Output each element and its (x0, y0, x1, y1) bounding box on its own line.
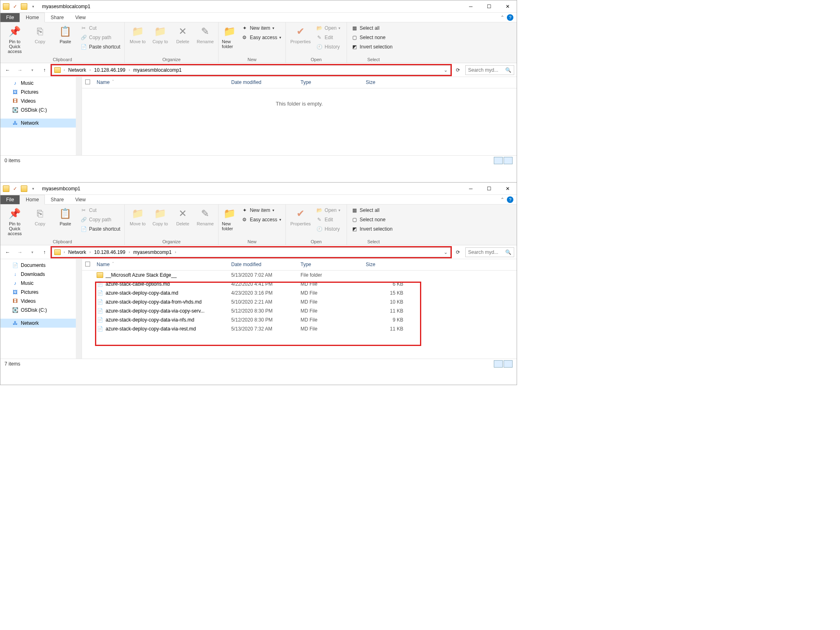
qat-dropdown-icon[interactable]: ▾ (30, 185, 36, 192)
pin-quick-access-button[interactable]: 📌Pin to Quick access (3, 206, 27, 237)
minimize-button[interactable]: ─ (462, 183, 480, 195)
copy-button[interactable]: ⎘Copy (28, 206, 52, 227)
select-none-button[interactable]: ▢Select none (349, 33, 394, 42)
address-bar[interactable]: › Network › 10.128.46.199 › myasesmbloca… (52, 65, 451, 75)
sidebar-downloads[interactable]: ↓Downloads (0, 270, 82, 279)
collapse-ribbon-icon[interactable]: ⌃ (500, 197, 507, 203)
new-folder-button[interactable]: 📁New folder (221, 206, 238, 232)
up-button[interactable]: ↑ (40, 247, 49, 257)
column-headers[interactable]: Name˄ Date modified Type Size (82, 77, 517, 88)
tab-share[interactable]: Share (45, 13, 69, 22)
file-row[interactable]: 📄azure-stack-deploy-copy-data-via-nfs.md… (82, 315, 517, 324)
copy-button[interactable]: ⎘ Copy (28, 24, 52, 45)
recent-dropdown[interactable]: ▾ (27, 65, 37, 75)
qat-check-icon[interactable]: ✓ (12, 185, 18, 192)
qat-folder-icon[interactable] (21, 3, 27, 10)
up-button[interactable]: ↑ (40, 65, 49, 75)
breadcrumb-network[interactable]: Network (66, 67, 88, 73)
select-none-button[interactable]: ▢Select none (349, 216, 394, 224)
minimize-button[interactable]: ─ (462, 0, 480, 13)
breadcrumb-sep-icon[interactable]: › (63, 250, 66, 254)
file-row[interactable]: 📄azure-stack-deploy-copy-data-via-rest.m… (82, 324, 517, 333)
tab-home[interactable]: Home (20, 195, 45, 205)
address-dropdown-icon[interactable]: ⌄ (444, 249, 450, 255)
thumbnails-view-button[interactable] (504, 157, 513, 164)
address-bar[interactable]: › Network › 10.128.46.199 › myasesmbcomp… (52, 247, 451, 257)
properties-button[interactable]: ✔Properties (288, 206, 313, 227)
maximize-button[interactable]: ☐ (480, 183, 498, 195)
col-type[interactable]: Type (301, 79, 366, 86)
rename-button[interactable]: ✎Rename (195, 206, 216, 227)
sidebar-scrollbar[interactable] (76, 77, 82, 155)
search-input[interactable]: Search myd...🔍 (465, 247, 514, 257)
tab-share[interactable]: Share (45, 195, 69, 204)
breadcrumb-ip[interactable]: 10.128.46.199 (92, 249, 128, 255)
sidebar-music[interactable]: ♪Music (0, 79, 82, 88)
breadcrumb-sep-icon[interactable]: › (128, 250, 130, 254)
paste-shortcut-button[interactable]: 📄Paste shortcut (79, 225, 122, 233)
collapse-ribbon-icon[interactable]: ⌃ (500, 15, 507, 20)
col-size[interactable]: Size (366, 79, 407, 86)
history-button[interactable]: 🕘History (314, 43, 342, 51)
refresh-button[interactable]: ⟳ (453, 65, 463, 75)
col-type[interactable]: Type (301, 262, 366, 268)
open-button[interactable]: 📂Open▾ (314, 24, 342, 32)
copy-to-button[interactable]: 📁Copy to (150, 24, 170, 45)
breadcrumb-sep-icon[interactable]: › (174, 250, 177, 254)
forward-button[interactable]: → (15, 65, 25, 75)
select-all-button[interactable]: ▦Select all (349, 24, 394, 32)
move-to-button[interactable]: 📁Move to (127, 206, 148, 227)
invert-selection-button[interactable]: ◩Invert selection (349, 43, 394, 51)
edit-button[interactable]: ✎Edit (314, 216, 342, 224)
paste-button[interactable]: 📋 Paste (53, 24, 77, 45)
history-button[interactable]: 🕘History (314, 225, 342, 233)
qat-folder-icon[interactable] (21, 185, 27, 192)
maximize-button[interactable]: ☐ (480, 0, 498, 13)
properties-button[interactable]: ✔Properties (288, 24, 313, 45)
sidebar-scrollbar[interactable] (76, 259, 82, 359)
open-button[interactable]: 📂Open▾ (314, 206, 342, 214)
file-row[interactable]: 📄azure-stack-deploy-copy-data.md4/23/202… (82, 289, 517, 297)
sidebar-pictures[interactable]: 🖼Pictures (0, 288, 82, 297)
qat-check-icon[interactable]: ✓ (12, 3, 18, 10)
col-date[interactable]: Date modified (231, 79, 301, 86)
breadcrumb-network[interactable]: Network (66, 249, 88, 255)
copy-to-button[interactable]: 📁Copy to (150, 206, 170, 227)
file-row[interactable]: 📄azure-stack-cable-options.md4/22/2020 4… (82, 280, 517, 289)
delete-button[interactable]: ✕Delete (172, 24, 193, 45)
close-button[interactable]: ✕ (498, 183, 517, 195)
tab-file[interactable]: File (0, 13, 20, 22)
select-all-checkbox[interactable] (85, 262, 90, 267)
details-view-button[interactable] (494, 360, 503, 368)
breadcrumb-folder[interactable]: myasesmbcomp1 (131, 249, 174, 255)
paste-shortcut-button[interactable]: 📄Paste shortcut (79, 43, 122, 51)
tab-home[interactable]: Home (20, 13, 45, 22)
sidebar-network[interactable]: 🖧Network (0, 319, 82, 328)
cut-button[interactable]: ✂Cut (79, 206, 122, 214)
sidebar-videos[interactable]: 🎞Videos (0, 97, 82, 106)
breadcrumb-sep-icon[interactable]: › (88, 250, 91, 254)
easy-access-button[interactable]: ⚙Easy access▾ (240, 33, 283, 42)
details-view-button[interactable] (494, 157, 503, 164)
thumbnails-view-button[interactable] (504, 360, 513, 368)
cut-button[interactable]: ✂Cut (79, 24, 122, 32)
new-item-button[interactable]: ✦New item▾ (240, 206, 283, 214)
sidebar-music[interactable]: ♪Music (0, 279, 82, 288)
breadcrumb-ip[interactable]: 10.128.46.199 (92, 67, 128, 73)
col-name[interactable]: Name (97, 79, 110, 86)
copy-path-button[interactable]: 🔗Copy path (79, 33, 122, 42)
breadcrumb-folder[interactable]: myasesmblocalcomp1 (131, 67, 184, 73)
select-all-checkbox[interactable] (85, 79, 90, 84)
sidebar-osdisk[interactable]: 💽OSDisk (C:) (0, 306, 82, 315)
new-item-button[interactable]: ✦New item▾ (240, 24, 283, 32)
qat-dropdown-icon[interactable]: ▾ (30, 3, 36, 10)
forward-button[interactable]: → (15, 247, 25, 257)
help-icon[interactable]: ? (507, 14, 513, 21)
select-all-button[interactable]: ▦Select all (349, 206, 394, 214)
move-to-button[interactable]: 📁Move to (127, 24, 148, 45)
tab-view[interactable]: View (69, 13, 91, 22)
refresh-button[interactable]: ⟳ (453, 247, 463, 257)
breadcrumb-sep-icon[interactable]: › (88, 68, 91, 72)
new-folder-button[interactable]: 📁New folder (221, 24, 238, 50)
pin-quick-access-button[interactable]: 📌 Pin to Quick access (3, 24, 27, 55)
